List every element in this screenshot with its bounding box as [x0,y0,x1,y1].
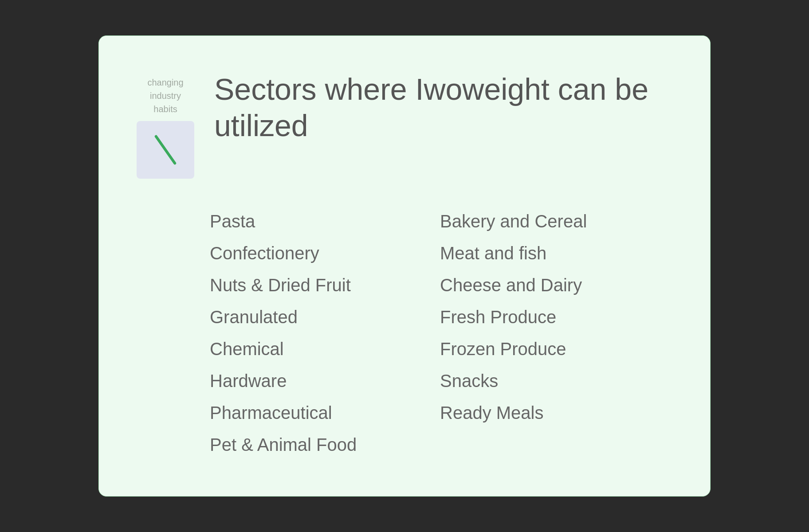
sector-item: Granulated [210,301,440,333]
sector-item: Chemical [210,333,440,365]
sector-item: Fresh Produce [440,301,670,333]
sector-item: Meat and fish [440,237,670,269]
sector-column-left: PastaConfectioneryNuts & Dried FruitGran… [210,205,440,461]
sector-item: Nuts & Dried Fruit [210,269,440,301]
sector-item: Pasta [210,205,440,237]
main-card: changing industry habits Sectors where I… [98,35,711,497]
sector-item: Confectionery [210,237,440,269]
sectors-grid: PastaConfectioneryNuts & Dried FruitGran… [210,205,670,461]
header-section: changing industry habits Sectors where I… [134,71,670,179]
sector-item: Hardware [210,365,440,397]
sector-item: Ready Meals [440,397,670,429]
sector-item: Pet & Animal Food [210,429,440,461]
brand-area: changing industry habits [134,76,196,179]
logo-slash-icon [154,135,177,165]
sector-column-right: Bakery and CerealMeat and fishCheese and… [440,205,670,461]
sector-item: Cheese and Dairy [440,269,670,301]
title-area: Sectors where Iwoweight can be utilized [214,71,670,144]
brand-text-line2: industry [150,89,181,102]
sector-item: Pharmaceutical [210,397,440,429]
sector-item: Frozen Produce [440,333,670,365]
sector-item: Snacks [440,365,670,397]
brand-text-line1: changing [147,76,183,89]
sector-item: Bakery and Cereal [440,205,670,237]
brand-text-line3: habits [153,102,177,116]
logo-box [137,121,194,179]
main-title: Sectors where Iwoweight can be utilized [214,71,670,144]
